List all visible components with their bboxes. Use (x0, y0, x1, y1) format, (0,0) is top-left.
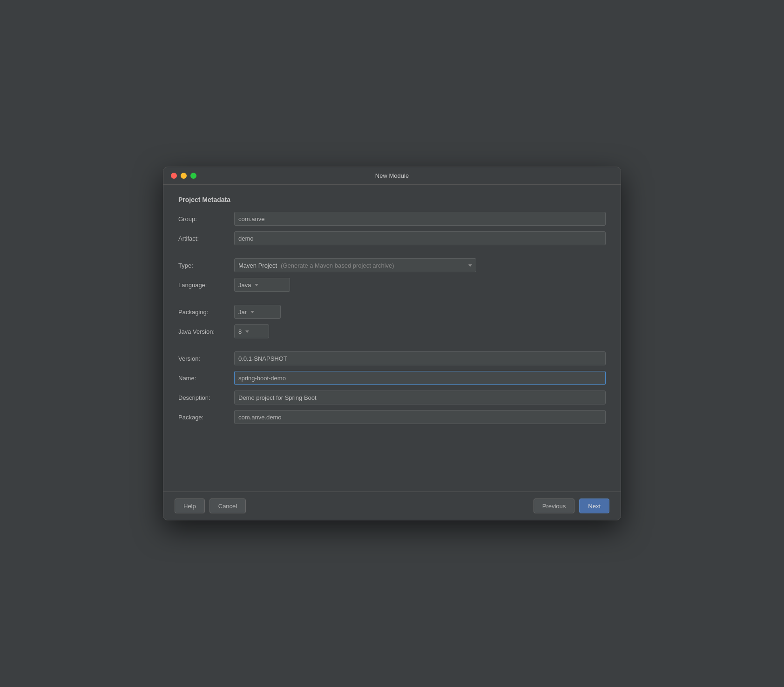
name-label: Name: (178, 375, 234, 382)
type-select-muted: (Generate a Maven based project archive) (281, 262, 394, 269)
spacer-2 (178, 297, 606, 299)
help-button[interactable]: Help (175, 498, 205, 513)
artifact-input[interactable] (234, 231, 606, 245)
artifact-label: Artifact: (178, 235, 234, 242)
description-label: Description: (178, 394, 234, 401)
description-input[interactable] (234, 391, 606, 404)
cancel-button[interactable]: Cancel (210, 498, 246, 513)
next-button[interactable]: Next (579, 498, 609, 513)
type-dropdown-arrow-icon (468, 264, 472, 267)
version-label: Version: (178, 355, 234, 362)
window-title: New Module (375, 172, 409, 179)
packaging-dropdown-arrow-icon (250, 311, 254, 313)
java-version-select-value: 8 (238, 328, 242, 335)
main-content: Project Metadata Group: Artifact: Type: … (163, 185, 621, 492)
window-controls (171, 173, 196, 179)
package-input[interactable] (234, 410, 606, 424)
minimize-button[interactable] (181, 173, 187, 179)
project-metadata-form: Group: Artifact: Type: Maven Project (Ge… (178, 212, 606, 424)
java-version-dropdown-arrow-icon (245, 330, 249, 333)
footer-right-actions: Previous Next (534, 498, 609, 513)
type-label: Type: (178, 262, 234, 269)
language-label: Language: (178, 282, 234, 289)
title-bar: New Module (163, 167, 621, 185)
package-label: Package: (178, 414, 234, 421)
language-dropdown-arrow-icon (255, 284, 258, 286)
group-label: Group: (178, 216, 234, 222)
language-select-value: Java (238, 282, 251, 289)
java-version-select[interactable]: 8 (234, 324, 269, 338)
group-input[interactable] (234, 212, 606, 226)
name-input[interactable] (234, 371, 606, 385)
new-module-dialog: New Module Project Metadata Group: Artif… (163, 167, 621, 520)
language-select[interactable]: Java (234, 278, 290, 292)
packaging-label: Packaging: (178, 309, 234, 316)
spacer-3 (178, 344, 606, 346)
dialog-footer: Help Cancel Previous Next (163, 492, 621, 520)
previous-button[interactable]: Previous (534, 498, 575, 513)
packaging-select-value: Jar (238, 309, 247, 316)
java-version-label: Java Version: (178, 328, 234, 335)
type-select-bold: Maven Project (238, 262, 277, 269)
close-button[interactable] (171, 173, 177, 179)
type-select[interactable]: Maven Project (Generate a Maven based pr… (234, 258, 476, 272)
version-input[interactable] (234, 351, 606, 365)
packaging-select[interactable]: Jar (234, 305, 281, 319)
spacer-1 (178, 251, 606, 253)
footer-left-actions: Help Cancel (175, 498, 246, 513)
maximize-button[interactable] (190, 173, 196, 179)
section-title: Project Metadata (178, 196, 606, 203)
